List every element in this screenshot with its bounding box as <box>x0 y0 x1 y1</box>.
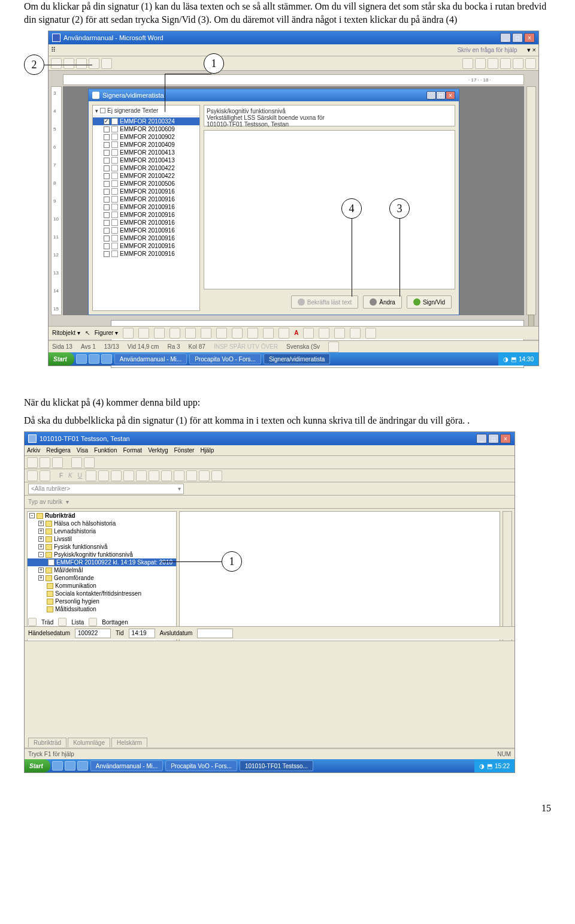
tree-checkbox[interactable] <box>104 158 110 164</box>
menu-item[interactable]: Redigera <box>46 447 71 454</box>
toolbar-button[interactable] <box>101 58 112 69</box>
borttagen-tab[interactable]: Borttagen <box>102 619 128 626</box>
toolbar-button[interactable] <box>98 470 109 481</box>
tree-item[interactable]: EMMFOR 20100422 <box>93 172 199 180</box>
bold-icon[interactable]: F <box>58 472 65 479</box>
toolbar-button[interactable] <box>27 470 38 481</box>
toolbar-button[interactable] <box>76 58 87 69</box>
sidebar-item[interactable]: +Livsstil <box>28 535 176 543</box>
system-tray[interactable]: ◑ ⬒ 15:22 <box>474 759 515 772</box>
arrowstyle-icon[interactable] <box>334 328 345 339</box>
menu-item[interactable]: Funktion <box>94 447 117 454</box>
mode-tab[interactable]: Rubrikträd <box>28 738 66 747</box>
tree-checkbox[interactable] <box>104 228 110 234</box>
taskbar-item-procapita[interactable]: Procapita VoO - Fors... <box>189 354 261 364</box>
toolbar-button[interactable] <box>161 470 172 481</box>
status-book-icon[interactable] <box>328 342 339 352</box>
sidebar-item[interactable]: -Rubrikträd <box>28 512 176 520</box>
lineweight-icon[interactable] <box>303 328 314 339</box>
tray-icon[interactable]: ⬒ <box>487 763 492 769</box>
sidebar-item[interactable]: Personlig hygien <box>28 597 176 605</box>
help-close-icon[interactable]: ▾ × <box>527 46 536 54</box>
diagram-icon[interactable] <box>216 328 227 339</box>
menu-item[interactable]: Visa <box>77 447 88 454</box>
tree-item[interactable]: EMMFOR 20100916 <box>93 211 199 219</box>
menu-item[interactable]: Hjälp <box>200 447 214 454</box>
sidebar-item[interactable]: Kommunikation <box>28 582 176 590</box>
tree-item[interactable]: EMMFOR 20100916 <box>93 227 199 234</box>
expand-icon[interactable]: + <box>38 567 44 573</box>
close-icon[interactable]: × <box>500 434 511 443</box>
fontcolor-icon[interactable]: A <box>294 330 298 336</box>
expand-icon[interactable]: - <box>38 552 44 557</box>
wordart-icon[interactable] <box>201 328 211 339</box>
fillcolor-icon[interactable] <box>263 328 274 339</box>
tree-checkbox[interactable] <box>104 165 110 171</box>
tree-header[interactable]: ▾ Ej signerade Texter <box>93 105 199 116</box>
figurer-menu[interactable]: Figurer ▾ <box>95 330 118 336</box>
oval-icon[interactable] <box>170 328 180 339</box>
expand-icon[interactable]: + <box>38 544 44 549</box>
tree-item[interactable]: EMMFOR 20100916 <box>93 203 199 211</box>
tree-checkbox[interactable] <box>104 181 110 187</box>
clipart-icon[interactable] <box>232 328 243 339</box>
close-icon[interactable]: × <box>524 33 535 43</box>
toolbar-button[interactable] <box>199 470 210 481</box>
tree-item[interactable]: EMMFOR 20100916 <box>93 242 199 250</box>
word-menu-item[interactable]: ⠿ <box>51 46 56 54</box>
dialog-minimize-icon[interactable]: _ <box>426 91 436 99</box>
tree-item[interactable]: EMMFOR 20100902 <box>93 133 199 141</box>
lista-tab-icon[interactable] <box>58 618 66 626</box>
taskbar-item-word[interactable]: Användarmanual - Mi... <box>114 354 187 364</box>
underline-icon[interactable]: U <box>76 472 84 479</box>
sidebar-item[interactable]: +Levnadshistoria <box>28 527 176 535</box>
start-button[interactable]: Start <box>49 352 74 366</box>
line-icon[interactable] <box>123 328 134 339</box>
taskbar-item-procapita[interactable]: Procapita VoO - Fors... <box>165 760 237 771</box>
tree-checkbox[interactable] <box>104 251 110 257</box>
start-button[interactable]: Start <box>25 759 50 772</box>
sidebar-item[interactable]: Sociala kontakter/fritidsintressen <box>28 590 176 597</box>
toolbar-button[interactable] <box>63 58 74 69</box>
quicklaunch-icon[interactable] <box>101 354 112 364</box>
tree-checkbox[interactable] <box>104 142 110 148</box>
sidebar-item[interactable]: +Hälsa och hälsohistoria <box>28 520 176 527</box>
taskbar-item-testsson[interactable]: 101010-TF01 Testsso... <box>240 760 313 771</box>
tree-item[interactable]: EMMFOR 20100916 <box>93 219 199 227</box>
lista-tab[interactable]: Lista <box>71 619 84 626</box>
expand-icon[interactable]: - <box>29 513 35 518</box>
trad-tab[interactable]: Träd <box>41 619 53 626</box>
align-center-icon[interactable] <box>475 58 486 69</box>
tree-checkbox[interactable] <box>104 212 110 218</box>
tray-icon[interactable]: ⬒ <box>511 356 516 363</box>
tree-item[interactable]: EMMFOR 20100916 <box>93 250 199 258</box>
menu-item[interactable]: Verktyg <box>148 447 168 454</box>
dialog-close-icon[interactable]: × <box>446 91 455 99</box>
toolbar-button[interactable] <box>149 470 159 481</box>
toolbar-button[interactable] <box>71 457 82 468</box>
tree-checkbox[interactable] <box>104 204 110 210</box>
tree-checkbox[interactable] <box>104 197 110 203</box>
quicklaunch-ie-icon[interactable] <box>52 761 63 771</box>
textbox-icon[interactable] <box>185 328 196 339</box>
sidebar-item[interactable]: +Genomförande <box>28 574 176 582</box>
toolbar-button[interactable] <box>211 470 222 481</box>
picture-icon[interactable] <box>247 328 258 339</box>
toolbar-button[interactable] <box>86 470 96 481</box>
word-vscroll[interactable] <box>526 86 536 315</box>
rect-icon[interactable] <box>154 328 165 339</box>
mode-tab[interactable]: Kolumnläge <box>68 738 110 747</box>
signature-tree[interactable]: ▾ Ej signerade Texter EMMFOR 20100324EMM… <box>92 105 200 311</box>
app-menubar[interactable]: ArkivRedigeraVisaFunktionFormatVerktygFö… <box>25 445 515 456</box>
tray-icon[interactable]: ◑ <box>479 763 485 769</box>
dialog-maximize-icon[interactable]: □ <box>436 91 446 99</box>
sidebar-item[interactable]: Måltidssituation <box>28 605 176 613</box>
toolbar-button[interactable] <box>27 457 38 468</box>
tree-checkbox[interactable] <box>104 220 110 226</box>
tree-item[interactable]: EMMFOR 20100324 <box>93 117 199 125</box>
expand-icon[interactable]: + <box>38 575 44 581</box>
toolbar-button[interactable] <box>111 470 122 481</box>
numbering-icon[interactable] <box>513 58 523 69</box>
toolbar-button[interactable] <box>40 470 50 481</box>
toolbar-button[interactable] <box>136 470 147 481</box>
